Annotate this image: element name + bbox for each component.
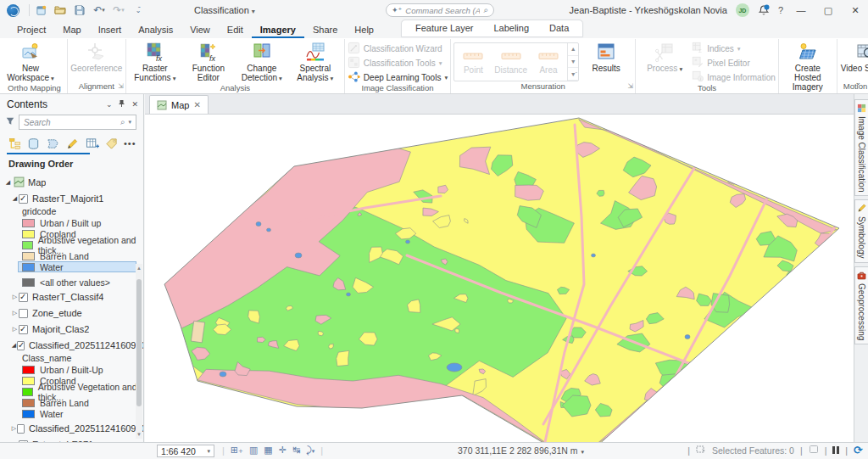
pin-icon[interactable] [118, 99, 125, 109]
select-tool-icon[interactable] [809, 445, 819, 456]
process-button[interactable]: Process ▾ [638, 40, 691, 73]
tree-layer[interactable]: ▷Zone_etude [0, 306, 143, 320]
dialog-launcher-icon[interactable]: ⇲ [627, 82, 633, 90]
legend-label[interactable]: Barren Land [40, 251, 89, 261]
ribbon-tab-map[interactable]: Map [54, 22, 89, 38]
legend-swatch[interactable] [22, 399, 35, 407]
snapping-icon[interactable]: ▦ [264, 445, 272, 456]
signed-in-user[interactable]: Jean-Baptiste - Yrkeshögskolan Novia [570, 5, 727, 15]
list-by-labeling-icon[interactable] [104, 137, 119, 150]
layer-name[interactable]: RasterT_Classif4 [32, 292, 103, 302]
notifications-icon[interactable] [758, 4, 770, 16]
refresh-icon[interactable]: ⟳ [854, 446, 863, 455]
rotate-icon[interactable]: ⤸▾ [306, 445, 314, 456]
ribbon-tab-analysis[interactable]: Analysis [130, 22, 181, 38]
help-icon[interactable]: ? [778, 5, 783, 15]
layer-name[interactable]: Classified_202511241609500980... [29, 423, 143, 434]
area-tool-button[interactable]: Area [530, 43, 567, 81]
close-pane-icon[interactable]: ✕ [131, 100, 138, 109]
list-by-editing-icon[interactable] [65, 137, 80, 150]
layer-visibility-checkbox[interactable] [17, 424, 25, 434]
map-canvas[interactable] [145, 115, 854, 442]
function-editor-button[interactable]: fxFunction Editor [182, 40, 235, 82]
legend-swatch[interactable] [22, 278, 35, 287]
legend-swatch[interactable] [22, 241, 33, 249]
legend-item[interactable]: Urban / Built-Up [0, 364, 143, 375]
flicker-icon[interactable]: ↹ [292, 445, 300, 456]
tree-group-map[interactable]: ◢Map [0, 176, 143, 189]
project-title[interactable]: Classification▾ [194, 5, 255, 15]
layer-name[interactable]: Classified_202511241609500980... [29, 340, 143, 350]
legend-swatch[interactable] [22, 410, 35, 418]
pause-drawing-icon[interactable] [832, 446, 839, 454]
legend-item[interactable]: Arbustive vegetation and thick... [0, 239, 143, 250]
legend-label[interactable]: Water [40, 262, 64, 272]
legend-label[interactable]: Urban / Built up [40, 218, 101, 228]
legend-swatch[interactable] [22, 219, 35, 227]
expand-icon[interactable]: ▷ [11, 425, 17, 432]
scroll-up-icon[interactable]: ▲ [136, 266, 142, 271]
layer-name[interactable]: RasterT_Majorit1 [32, 193, 103, 204]
dialog-launcher-icon[interactable]: ⇲ [118, 82, 124, 90]
ribbon-tab-edit[interactable]: Edit [219, 22, 252, 38]
map-group-label[interactable]: Map [28, 177, 46, 188]
new-workspace-button[interactable]: New Workspace ▾ [4, 40, 57, 83]
customize-qat-icon[interactable]: ⌄̄ [131, 4, 145, 17]
list-by-selection-icon[interactable] [46, 137, 60, 150]
avatar[interactable]: JD [736, 3, 749, 17]
maximize-button[interactable]: ▢ [819, 5, 837, 16]
legend-item[interactable]: Arbustive Vegetation and thick... [0, 386, 143, 397]
deep-learning-tools-button[interactable]: Deep Learning Tools▾ [348, 71, 448, 83]
minimize-button[interactable]: — [792, 5, 810, 15]
point-tool-button[interactable]: Point [454, 43, 492, 81]
image-information-button[interactable]: iImage Information [692, 71, 776, 83]
ribbon-tab-view[interactable]: View [181, 22, 219, 38]
legend-swatch[interactable] [22, 377, 35, 385]
scrollbar-thumb[interactable] [136, 279, 142, 406]
redo-icon[interactable]: ↷▾ [112, 4, 125, 17]
ruler-icon[interactable]: ▥ [249, 445, 258, 456]
indices-button[interactable]: ΣIndices▾ [692, 42, 776, 54]
tree-layer[interactable]: ▷Classified_202511241609500980... [0, 422, 143, 435]
selected-features-count[interactable]: Selected Features: 0 [712, 445, 794, 456]
contextual-tab-labeling[interactable]: Labeling [483, 20, 539, 36]
legend-item[interactable]: Urban / Built up [0, 217, 143, 228]
layer-name[interactable]: Majorit_Clas2 [32, 324, 89, 334]
layer-visibility-checkbox[interactable] [17, 341, 25, 350]
dock-tab-image-classification[interactable]: Image Classification [854, 99, 868, 196]
list-by-snapping-icon[interactable] [85, 137, 99, 150]
contextual-tab-data[interactable]: Data [539, 20, 579, 36]
pane-menu-chevron-icon[interactable]: ⌄ [106, 100, 113, 109]
layer-name[interactable]: Zone_etude [32, 308, 82, 318]
ribbon-tab-insert[interactable]: Insert [90, 22, 131, 38]
legend-item[interactable]: Water [0, 261, 143, 272]
spectral-analysis-button[interactable]: Spectral Analysis ▾ [289, 40, 342, 83]
expand-icon[interactable]: ▷ [11, 310, 19, 316]
legend-item[interactable]: <all other values> [0, 277, 143, 288]
collapse-icon[interactable]: ◢ [11, 342, 17, 349]
ribbon-tab-help[interactable]: Help [346, 22, 382, 38]
ribbon-tab-share[interactable]: Share [304, 22, 346, 38]
contextual-tab-feature-layer[interactable]: Feature Layer [405, 20, 483, 36]
gallery-scrollbar[interactable]: ▲▼▼̄ [567, 43, 578, 81]
collapse-icon[interactable]: ◢ [4, 179, 12, 186]
add-layout-icon[interactable]: ⊞₊ [231, 445, 243, 456]
open-project-icon[interactable] [53, 4, 67, 17]
expand-icon[interactable]: ▷ [11, 294, 19, 300]
contents-scrollbar[interactable]: ▲ ▼ [136, 264, 142, 439]
tree-layer[interactable]: ▷Majorit_Clas2 [0, 322, 143, 336]
create-hosted-imagery-button[interactable]: Create Hosted Imagery [782, 40, 834, 92]
legend-swatch[interactable] [22, 230, 35, 238]
filter-icon[interactable] [5, 116, 15, 128]
legend-item[interactable]: Water [0, 408, 143, 419]
legend-swatch[interactable] [22, 366, 35, 374]
new-project-icon[interactable] [34, 4, 47, 17]
layer-visibility-checkbox[interactable] [19, 194, 28, 204]
list-by-drawing-order-icon[interactable] [7, 137, 21, 150]
dock-tab-geoprocessing[interactable]: Geoprocessing [854, 266, 868, 344]
layer-visibility-checkbox[interactable] [19, 309, 28, 318]
classification-tools-button[interactable]: Classification Tools▾ [348, 57, 448, 69]
dock-tab-symbology[interactable]: Symbology [854, 199, 868, 262]
ribbon-tab-imagery[interactable]: Imagery [252, 22, 304, 38]
legend-swatch[interactable] [22, 263, 35, 271]
